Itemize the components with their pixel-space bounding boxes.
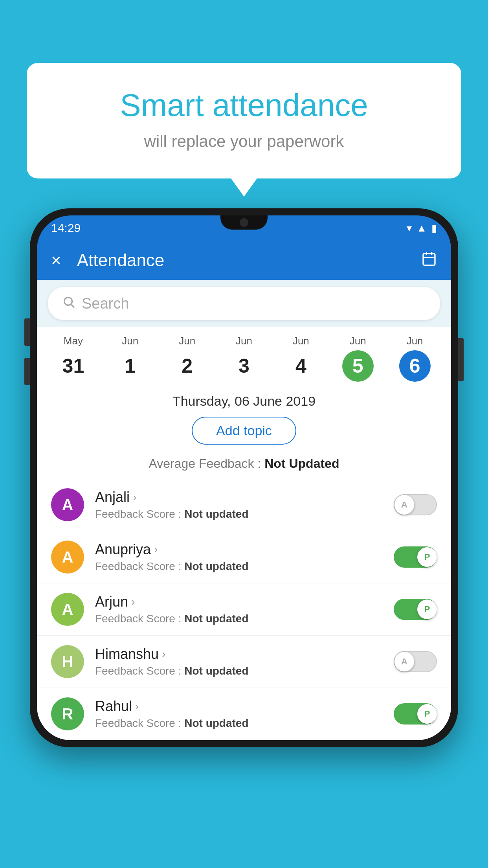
student-info: Anjali ›Feedback Score : Not updated <box>95 489 383 520</box>
add-topic-wrapper: Add topic <box>37 413 451 452</box>
volume-button-up <box>24 318 30 346</box>
bubble-title: Smart attendance <box>50 86 438 124</box>
status-icons: ▾ ▲ ▮ <box>407 222 437 234</box>
calendar-day[interactable]: Jun3 <box>216 335 273 382</box>
cal-month-label: Jun <box>386 335 443 347</box>
toggle-knob: P <box>417 547 437 567</box>
cal-date-number: 1 <box>114 350 146 382</box>
student-item: AAnupriya ›Feedback Score : Not updatedP <box>37 531 451 583</box>
volume-button-down <box>24 358 30 385</box>
student-item: AAnjali ›Feedback Score : Not updatedA <box>37 479 451 531</box>
student-name[interactable]: Himanshu › <box>95 646 383 662</box>
attendance-toggle[interactable]: A <box>394 494 437 515</box>
battery-icon: ▮ <box>431 222 437 234</box>
cal-month-label: Jun <box>159 335 216 347</box>
student-info: Rahul ›Feedback Score : Not updated <box>95 698 383 730</box>
feedback-value: Not updated <box>184 612 248 625</box>
feedback-value: Not updated <box>184 508 248 520</box>
calendar-day[interactable]: Jun2 <box>159 335 216 382</box>
student-name[interactable]: Anupriya › <box>95 541 383 558</box>
close-button[interactable]: × <box>51 250 61 270</box>
svg-point-4 <box>64 297 72 305</box>
wifi-icon: ▾ <box>407 222 412 234</box>
svg-line-5 <box>71 304 74 307</box>
student-name[interactable]: Anjali › <box>95 489 383 506</box>
student-avatar: A <box>51 541 84 574</box>
calendar-day[interactable]: Jun5 <box>329 335 386 382</box>
power-button <box>458 338 464 381</box>
student-name[interactable]: Arjun › <box>95 594 383 610</box>
speech-bubble-container: Smart attendance will replace your paper… <box>27 63 461 178</box>
speech-bubble: Smart attendance will replace your paper… <box>27 63 461 178</box>
phone-screen: 14:29 ▾ ▲ ▮ × Attendance <box>37 215 451 740</box>
cal-month-label: Jun <box>102 335 159 347</box>
chevron-icon: › <box>154 543 158 556</box>
cal-date-number: 2 <box>171 350 203 382</box>
feedback-value: Not updated <box>184 560 248 572</box>
student-list: AAnjali ›Feedback Score : Not updatedAAA… <box>37 479 451 740</box>
bubble-subtitle: will replace your paperwork <box>50 132 438 151</box>
avg-feedback: Average Feedback : Not Updated <box>37 452 451 479</box>
avg-feedback-label: Average Feedback : <box>149 456 261 471</box>
student-feedback: Feedback Score : Not updated <box>95 665 383 677</box>
student-item: AArjun ›Feedback Score : Not updatedP <box>37 583 451 636</box>
attendance-toggle[interactable]: A <box>394 651 437 672</box>
toggle-knob: P <box>417 704 437 724</box>
student-info: Himanshu ›Feedback Score : Not updated <box>95 646 383 677</box>
feedback-value: Not updated <box>184 665 248 677</box>
calendar-icon[interactable] <box>421 251 437 270</box>
add-topic-button[interactable]: Add topic <box>192 417 296 445</box>
calendar-day[interactable]: Jun6 <box>386 335 443 382</box>
feedback-value: Not updated <box>184 717 248 729</box>
student-feedback: Feedback Score : Not updated <box>95 508 383 520</box>
phone-wrapper: 14:29 ▾ ▲ ▮ × Attendance <box>30 208 458 747</box>
selected-date: Thursday, 06 June 2019 <box>37 386 451 413</box>
attendance-toggle[interactable]: P <box>394 546 437 568</box>
cal-month-label: May <box>45 335 102 347</box>
avg-feedback-value: Not Updated <box>264 456 339 471</box>
student-avatar: H <box>51 645 84 678</box>
student-name[interactable]: Rahul › <box>95 698 383 715</box>
attendance-toggle[interactable]: P <box>394 599 437 620</box>
notch-camera <box>240 218 248 227</box>
student-avatar: A <box>51 593 84 626</box>
cal-date-number: 4 <box>285 350 317 382</box>
chevron-icon: › <box>162 648 165 660</box>
search-icon <box>62 295 75 312</box>
calendar-day[interactable]: Jun1 <box>102 335 159 382</box>
status-time: 14:29 <box>51 221 81 235</box>
chevron-icon: › <box>135 700 139 713</box>
student-feedback: Feedback Score : Not updated <box>95 717 383 730</box>
search-bar[interactable]: Search <box>48 287 440 320</box>
cal-date-number: 3 <box>228 350 260 382</box>
cal-month-label: Jun <box>216 335 273 347</box>
search-bar-wrapper: Search <box>37 280 451 327</box>
student-avatar: A <box>51 488 84 521</box>
student-feedback: Feedback Score : Not updated <box>95 612 383 625</box>
signal-icon: ▲ <box>416 222 427 234</box>
student-info: Arjun ›Feedback Score : Not updated <box>95 594 383 625</box>
calendar-day[interactable]: May31 <box>45 335 102 382</box>
student-info: Anupriya ›Feedback Score : Not updated <box>95 541 383 573</box>
chevron-icon: › <box>133 491 136 504</box>
app-bar-title: Attendance <box>77 250 409 270</box>
toggle-knob: P <box>417 600 437 619</box>
calendar-day[interactable]: Jun4 <box>272 335 329 382</box>
calendar-strip: May31Jun1Jun2Jun3Jun4Jun5Jun6 <box>37 327 451 386</box>
toggle-knob: A <box>394 495 414 515</box>
chevron-icon: › <box>131 596 135 608</box>
cal-date-number: 6 <box>399 350 431 382</box>
cal-month-label: Jun <box>272 335 329 347</box>
cal-month-label: Jun <box>329 335 386 347</box>
student-item: RRahul ›Feedback Score : Not updatedP <box>37 688 451 740</box>
cal-date-number: 5 <box>342 350 374 382</box>
svg-rect-0 <box>423 253 435 265</box>
student-avatar: R <box>51 697 84 730</box>
attendance-toggle[interactable]: P <box>394 703 437 725</box>
search-placeholder: Search <box>82 295 129 312</box>
phone-outer: 14:29 ▾ ▲ ▮ × Attendance <box>30 208 458 747</box>
toggle-knob: A <box>394 652 414 671</box>
cal-date-number: 31 <box>57 350 89 382</box>
notch <box>220 215 268 230</box>
app-bar: × Attendance <box>37 241 451 280</box>
